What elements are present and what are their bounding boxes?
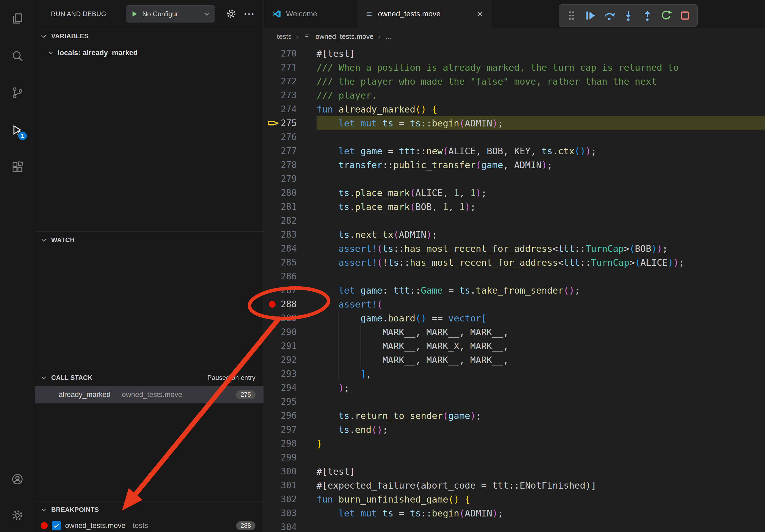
search-icon[interactable] <box>7 46 28 67</box>
code-line[interactable]: 301#[expected_failure(abort_code = ttt::… <box>264 478 765 492</box>
gutter[interactable]: 297 <box>264 423 317 437</box>
gutter[interactable]: 283 <box>264 228 317 242</box>
source-control-icon[interactable] <box>7 82 28 103</box>
code-line-text[interactable] <box>317 450 765 464</box>
gutter[interactable]: 271 <box>264 61 317 75</box>
step-over-button[interactable] <box>602 6 617 25</box>
code-line[interactable]: 277 let game = ttt::new(ALICE, BOB, KEY,… <box>264 144 765 158</box>
code-line[interactable]: 275 let mut ts = ts::begin(ADMIN); <box>264 116 765 130</box>
code-line-text[interactable]: assert!( <box>317 297 765 311</box>
code-line[interactable]: 281 ts.place_mark(BOB, 1, 1); <box>264 200 765 214</box>
code-line-text[interactable]: ts.end(); <box>317 423 765 437</box>
code-line[interactable]: 286 <box>264 269 765 283</box>
gutter[interactable]: 294 <box>264 381 317 395</box>
code-line[interactable]: 280 ts.place_mark(ALICE, 1, 1); <box>264 186 765 200</box>
gutter[interactable]: 275 <box>264 116 317 130</box>
code-line-text[interactable]: transfer::public_transfer(game, ADMIN); <box>317 158 765 172</box>
drag-handle-icon[interactable] <box>564 6 579 25</box>
code-line[interactable]: 294 ); <box>264 381 765 395</box>
code-line[interactable]: 279 <box>264 172 765 186</box>
start-debugging-icon[interactable] <box>131 10 139 18</box>
code-line[interactable]: 303 let mut ts = ts::begin(ADMIN); <box>264 506 765 520</box>
breakpoint-list-item[interactable]: owned_tests.move tests 288 <box>35 518 264 532</box>
breakpoint-checkbox[interactable] <box>52 521 61 530</box>
gutter[interactable]: 288 <box>264 297 317 311</box>
code-line-text[interactable]: let mut ts = ts::begin(ADMIN); <box>317 116 765 130</box>
gutter[interactable]: 279 <box>264 172 317 186</box>
code-line[interactable]: 292 MARK__, MARK__, MARK__, <box>264 353 765 367</box>
code-line[interactable]: 285 assert!(!ts::has_most_recent_for_add… <box>264 256 765 269</box>
code-line-text[interactable]: fun already_marked() { <box>317 102 765 116</box>
code-line[interactable]: 296 ts.return_to_sender(game); <box>264 409 765 423</box>
code-line[interactable]: 299 <box>264 450 765 464</box>
account-icon[interactable] <box>7 469 28 490</box>
gutter[interactable]: 295 <box>264 395 317 409</box>
tab-owned-tests-move[interactable]: owned_tests.move ✕ <box>357 0 491 28</box>
code-line[interactable]: 295 <box>264 395 765 409</box>
gutter[interactable]: 289 <box>264 311 317 325</box>
code-line[interactable]: 274fun already_marked() { <box>264 102 765 116</box>
gutter[interactable]: 296 <box>264 409 317 423</box>
gutter[interactable]: 276 <box>264 130 317 144</box>
gutter[interactable]: 299 <box>264 450 317 464</box>
step-out-button[interactable] <box>640 6 655 25</box>
code-line-text[interactable]: let game: ttt::Game = ts.take_from_sende… <box>317 283 765 297</box>
code-line[interactable]: 290 MARK__, MARK__, MARK__, <box>264 325 765 339</box>
section-header-variables[interactable]: VARIABLES <box>35 28 264 45</box>
code-line-text[interactable]: MARK__, MARK__, MARK__, <box>317 325 765 339</box>
gutter[interactable]: 293 <box>264 367 317 381</box>
code-line-text[interactable]: ts.next_tx(ADMIN); <box>317 228 765 242</box>
code-line-text[interactable]: fun burn_unfinished_game() { <box>317 492 765 506</box>
gutter[interactable]: 292 <box>264 353 317 367</box>
gutter[interactable]: 291 <box>264 339 317 353</box>
code-line[interactable]: 272/// the player who made the "false" m… <box>264 75 765 89</box>
code-line-text[interactable]: game.board() == vector[ <box>317 311 765 325</box>
code-line-text[interactable]: ts.place_mark(ALICE, 1, 1); <box>317 186 765 200</box>
gutter[interactable]: 278 <box>264 158 317 172</box>
code-line-text[interactable]: ); <box>317 381 765 395</box>
debug-config-dropdown[interactable]: No Configur <box>126 5 215 23</box>
code-line[interactable]: 293 ], <box>264 367 765 381</box>
gutter[interactable]: 274 <box>264 102 317 116</box>
gutter[interactable]: 281 <box>264 200 317 214</box>
code-line[interactable]: 283 ts.next_tx(ADMIN); <box>264 228 765 242</box>
variables-scope-locals[interactable]: locals: already_marked <box>35 45 264 61</box>
code-line-text[interactable]: let mut ts = ts::begin(ADMIN); <box>317 506 765 520</box>
code-line-text[interactable]: } <box>317 437 765 450</box>
restart-button[interactable] <box>659 6 674 25</box>
code-line-text[interactable]: #[expected_failure(abort_code = ttt::ENo… <box>317 478 765 492</box>
gutter[interactable]: 300 <box>264 464 317 478</box>
gutter[interactable]: 287 <box>264 283 317 297</box>
call-stack-frame[interactable]: already_marked owned_tests.move 275 <box>35 386 264 403</box>
gutter[interactable]: 303 <box>264 506 317 520</box>
gutter[interactable]: 282 <box>264 214 317 228</box>
code-line[interactable]: 276 <box>264 130 765 144</box>
code-line[interactable]: 271/// When a position is already marked… <box>264 61 765 75</box>
run-and-debug-icon[interactable]: 1 <box>7 120 28 140</box>
code-line-text[interactable]: assert!(ts::has_most_recent_for_address<… <box>317 242 765 256</box>
code-line[interactable]: 302fun burn_unfinished_game() { <box>264 492 765 506</box>
breadcrumb-folder[interactable]: tests <box>277 32 292 41</box>
stop-button[interactable] <box>678 6 693 25</box>
section-header-breakpoints[interactable]: BREAKPOINTS <box>35 501 264 518</box>
code-line[interactable]: 278 transfer::public_transfer(game, ADMI… <box>264 158 765 172</box>
gutter[interactable]: 304 <box>264 520 317 532</box>
section-header-watch[interactable]: WATCH <box>35 231 264 248</box>
code-line-text[interactable]: /// player. <box>317 89 765 102</box>
continue-button[interactable] <box>583 6 598 25</box>
code-area[interactable]: 270#[test]271/// When a position is alre… <box>264 45 765 532</box>
debug-settings-gear-icon[interactable] <box>224 7 238 21</box>
gutter[interactable]: 280 <box>264 186 317 200</box>
gutter[interactable]: 290 <box>264 325 317 339</box>
code-line-text[interactable]: ts.place_mark(BOB, 1, 1); <box>317 200 765 214</box>
code-line-text[interactable] <box>317 172 765 186</box>
code-line[interactable]: 270#[test] <box>264 47 765 61</box>
code-line[interactable]: 304 <box>264 520 765 532</box>
gutter[interactable]: 284 <box>264 242 317 256</box>
step-into-button[interactable] <box>621 6 636 25</box>
code-line-text[interactable] <box>317 269 765 283</box>
code-line-text[interactable]: MARK__, MARK_X, MARK__, <box>317 339 765 353</box>
code-line-text[interactable]: let game = ttt::new(ALICE, BOB, KEY, ts.… <box>317 144 765 158</box>
gutter[interactable]: 298 <box>264 437 317 450</box>
gutter[interactable]: 273 <box>264 89 317 102</box>
